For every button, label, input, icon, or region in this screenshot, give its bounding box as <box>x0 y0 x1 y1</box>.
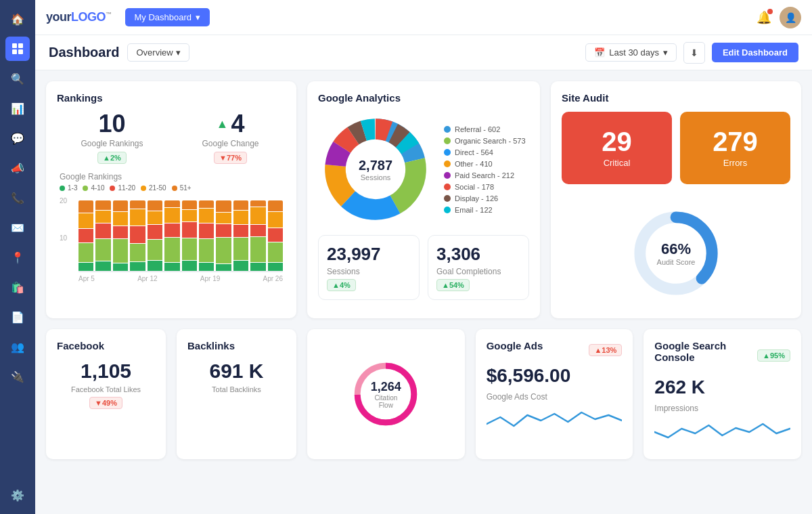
google-ads-sparkline <box>487 407 623 434</box>
ga-goal-label: Goal Completions <box>436 267 520 276</box>
sidebar-logo-icon[interactable]: 🏠 <box>5 7 30 31</box>
facebook-badge: ▼49% <box>89 397 122 409</box>
sidebar: 🏠 🔍 📊 💬 📣 📞 ✉️ 📍 🛍️ 📄 👥 🔌 ⚙️ <box>0 0 35 514</box>
audit-score-container: 66% Audit Score <box>562 192 790 307</box>
google-rankings-label: Google Rankings <box>57 139 167 148</box>
donut-area: 2,787 Sessions Referral - 602 Organic Se… <box>318 112 529 227</box>
donut-center-label: Sessions <box>359 173 392 181</box>
backlinks-value: 691 K <box>187 360 286 383</box>
ga-sessions-card: 23,997 Sessions ▲4% <box>318 235 420 300</box>
audit-score-label: Audit Score <box>657 258 696 266</box>
facebook-title: Facebook <box>57 340 155 351</box>
bottom-row: Facebook 1,105 Facebook Total Likes ▼49%… <box>46 329 801 459</box>
audit-errors: 279 Errors <box>680 112 790 184</box>
donut-chart: 2,787 Sessions <box>318 112 433 227</box>
google-ads-card: Google Ads ▲13% $6,596.00 Google Ads Cos… <box>476 329 633 459</box>
google-ads-title: Google Ads <box>487 340 543 351</box>
rankings-card: Rankings 10 Google Rankings ▲2% ▲ 4 Goog… <box>46 81 296 318</box>
overview-button[interactable]: Overview ▾ <box>127 43 189 62</box>
my-dashboard-button[interactable]: My Dashboard ▾ <box>125 8 210 26</box>
rankings-chart: Google Rankings 1-3 4-10 11-20 21-50 51+… <box>57 172 286 282</box>
citation-label: Citation Flow <box>367 394 405 409</box>
sidebar-item-location[interactable]: 📍 <box>5 245 30 270</box>
sidebar-item-campaigns[interactable]: 📣 <box>5 156 30 180</box>
ga-goal-badge: ▲54% <box>436 279 470 291</box>
google-rankings-badge: ▲2% <box>97 152 127 164</box>
google-change-value: 4 <box>231 112 244 136</box>
sidebar-item-dashboard[interactable] <box>5 37 30 61</box>
dashboard-content: Rankings 10 Google Rankings ▲2% ▲ 4 Goog… <box>35 70 812 514</box>
chart-x-labels: Apr 5 Apr 12 Apr 19 Apr 26 <box>78 275 283 282</box>
ga-goal-value: 3,306 <box>436 244 520 265</box>
backlinks-card: Backlinks 691 K Total Backlinks <box>177 329 296 459</box>
sidebar-item-ecommerce[interactable]: 🛍️ <box>5 275 30 299</box>
search-console-value: 262 K <box>654 377 790 398</box>
site-audit-title: Site Audit <box>562 92 790 104</box>
google-change-label: Google Change <box>175 139 286 148</box>
sidebar-item-users[interactable]: 👥 <box>5 335 30 359</box>
facebook-card: Facebook 1,105 Facebook Total Likes ▼49% <box>46 329 166 459</box>
sidebar-item-settings[interactable]: ⚙️ <box>5 483 30 507</box>
rankings-title: Rankings <box>57 92 286 104</box>
google-ads-label: Google Ads Cost <box>487 392 623 402</box>
google-rankings-value: 10 <box>57 112 167 136</box>
google-ads-value: $6,596.00 <box>487 365 623 387</box>
citation-card: 1,264 Citation Flow <box>307 329 465 459</box>
bar-chart <box>78 197 283 272</box>
page-title: Dashboard <box>49 45 119 60</box>
backlinks-label: Total Backlinks <box>187 385 286 393</box>
facebook-value: 1,105 <box>57 360 155 383</box>
google-change-stat: ▲ 4 Google Change ▼77% <box>175 112 286 164</box>
sidebar-item-reports[interactable]: 📄 <box>5 305 30 329</box>
avatar[interactable]: 👤 <box>780 7 801 28</box>
search-console-badge: ▲95% <box>757 349 790 362</box>
donut-center-value: 2,787 <box>359 158 392 173</box>
google-rankings-stat: 10 Google Rankings ▲2% <box>57 112 167 164</box>
chart-legend: 1-3 4-10 11-20 21-50 51+ <box>60 184 283 192</box>
google-analytics-card: Google Analytics <box>307 81 540 318</box>
google-ads-badge: ▲13% <box>589 344 622 356</box>
svg-rect-3 <box>18 49 23 54</box>
edit-dashboard-button[interactable]: Edit Dashboard <box>712 43 798 62</box>
svg-rect-2 <box>12 49 17 54</box>
svg-rect-0 <box>12 43 17 48</box>
ga-sessions-badge: ▲4% <box>327 279 356 291</box>
logo: yourLOGO™ <box>46 10 112 24</box>
facebook-label: Facebook Total Likes <box>57 385 155 393</box>
google-change-arrow: ▲ <box>217 117 229 131</box>
citation-value: 1,264 <box>367 380 405 394</box>
sidebar-item-calls[interactable]: 📞 <box>5 186 30 210</box>
audit-critical: 29 Critical <box>562 112 672 184</box>
sidebar-item-analytics[interactable]: 📊 <box>5 96 30 121</box>
ga-sessions-value: 23,997 <box>327 244 411 265</box>
notifications-icon[interactable]: 🔔 <box>757 10 771 25</box>
top-bar: yourLOGO™ My Dashboard ▾ 🔔 👤 <box>35 0 812 35</box>
audit-score-value: 66% <box>657 240 696 258</box>
search-console-label: Impressions <box>654 404 790 413</box>
google-change-badge: ▼77% <box>214 152 247 164</box>
ga-sessions-label: Sessions <box>327 267 411 276</box>
ga-title: Google Analytics <box>318 92 529 104</box>
search-console-card: Google Search Console ▲95% 262 K Impress… <box>644 329 801 459</box>
date-range-button[interactable]: 📅 Last 30 days ▾ <box>585 43 677 62</box>
fb-backlinks: Facebook 1,105 Facebook Total Likes ▼49%… <box>46 329 296 459</box>
ga-sessions-row: 23,997 Sessions ▲4% 3,306 Goal Completio… <box>318 235 529 300</box>
svg-rect-1 <box>18 43 23 48</box>
backlinks-title: Backlinks <box>187 340 286 351</box>
audit-top: 29 Critical 279 Errors <box>562 112 790 184</box>
sidebar-item-search[interactable]: 🔍 <box>5 66 30 91</box>
site-audit-card: Site Audit 29 Critical 279 Errors <box>551 81 801 318</box>
sidebar-item-integrations[interactable]: 🔌 <box>5 364 30 389</box>
search-console-title: Google Search Console <box>654 340 757 363</box>
ga-goal-card: 3,306 Goal Completions ▲54% <box>428 235 529 300</box>
sidebar-item-mail[interactable]: ✉️ <box>5 215 30 240</box>
donut-legend: Referral - 602 Organic Search - 573 Dire… <box>444 125 526 214</box>
page-header: Dashboard Overview ▾ 📅 Last 30 days ▾ ⬇ … <box>35 35 812 70</box>
chart-title: Google Rankings <box>60 172 283 181</box>
download-button[interactable]: ⬇ <box>683 42 705 64</box>
sidebar-item-chat[interactable]: 💬 <box>5 126 30 150</box>
search-console-sparkline <box>654 419 790 446</box>
